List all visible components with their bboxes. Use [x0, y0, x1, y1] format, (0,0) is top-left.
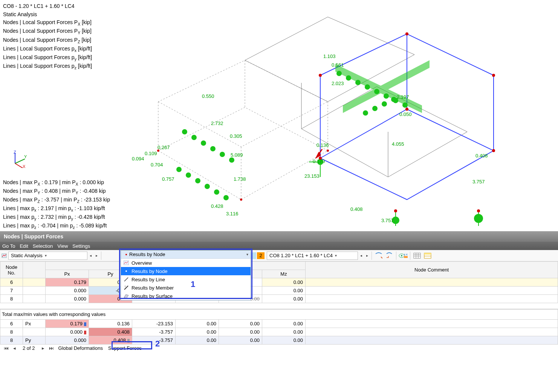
result-legend-bottom: Nodes | max PX : 0.179 | min PX : 0.000 …: [3, 178, 110, 230]
sync-selection-icon[interactable]: [384, 252, 394, 260]
dd-results-by-member[interactable]: I Results by Member: [121, 284, 251, 292]
svg-point-54: [327, 149, 329, 152]
loadcase-combo[interactable]: CO8 1.20 * LC1 + 1.60 * LC4▾: [267, 252, 358, 260]
svg-point-49: [319, 74, 322, 77]
result-legend-top: CO8 - 1.20 * LC1 + 1.60 * LC4 Static Ana…: [3, 2, 92, 71]
svg-point-30: [336, 71, 342, 76]
val: 3.757: [381, 218, 394, 223]
svg-point-78: [125, 254, 127, 255]
svg-text:x.xx: x.xx: [404, 253, 408, 256]
menu-goto[interactable]: Go To: [2, 243, 15, 249]
analysis-combo[interactable]: Static Analysis▾: [8, 252, 87, 260]
table-layout-icon[interactable]: [412, 252, 422, 260]
val: 2.732: [211, 120, 223, 126]
analysis-icon: [2, 253, 7, 258]
val: 3.116: [226, 211, 238, 217]
val: 1.738: [234, 176, 246, 182]
svg-text:Z: Z: [14, 150, 16, 154]
svg-point-32: [355, 80, 361, 85]
prev-analysis-button[interactable]: ◂: [87, 252, 93, 260]
val: 0.561: [332, 62, 344, 68]
val: 4.055: [392, 141, 404, 147]
model-viewport[interactable]: 1.103 0.561 2.023 2.197 0.050 0.550 4.05…: [0, 0, 558, 231]
svg-point-39: [372, 106, 378, 111]
line-icon: [123, 276, 129, 282]
table-row[interactable]: 7 0.000 -0.408 0.00: [0, 287, 558, 295]
overview-icon: [123, 260, 129, 266]
axis-triad-icon: Z Y X: [11, 150, 29, 168]
menu-settings[interactable]: Settings: [72, 243, 90, 249]
svg-point-53: [240, 198, 242, 201]
first-page-button[interactable]: ⏮: [2, 345, 10, 351]
menu-selection[interactable]: Selection: [33, 243, 53, 249]
table-row[interactable]: 8 0.000 0.408 -3.757 0.00 0.00 0.00: [0, 328, 558, 336]
svg-line-81: [124, 278, 128, 281]
last-page-button[interactable]: ⏭: [48, 345, 55, 351]
tab-support-forces[interactable]: Support Forces: [106, 345, 144, 351]
val: 2.197: [397, 94, 409, 100]
section-heading: Total max/min values with corresponding …: [0, 309, 558, 320]
surface-icon: [123, 293, 129, 299]
val: 3.757: [472, 179, 485, 185]
page-indicator: 2 of 2: [23, 345, 35, 351]
svg-point-26: [195, 178, 200, 183]
svg-point-28: [214, 189, 219, 195]
find-in-model-icon[interactable]: [373, 252, 384, 260]
val: 0.267: [157, 145, 170, 150]
dd-results-by-node[interactable]: Results by Node: [121, 267, 251, 275]
loadcase-badge: 2: [249, 252, 264, 260]
chevron-down-icon: ▾: [45, 253, 47, 258]
svg-point-38: [363, 110, 368, 116]
svg-text:Y: Y: [24, 154, 27, 159]
svg-line-61: [15, 163, 23, 168]
node-dot-icon: [123, 268, 129, 274]
svg-rect-69: [404, 256, 408, 258]
results-table[interactable]: NodeNo. Support Forces Node Comment Px P…: [0, 261, 558, 345]
panel-toolbar: Static Analysis▾ ◂ ▸ ◂ ▸ 2 CO8 1.20 * LC…: [0, 250, 558, 261]
next-analysis-button[interactable]: ▸: [93, 252, 99, 260]
svg-point-35: [384, 93, 389, 99]
svg-point-19: [191, 135, 197, 140]
svg-marker-6: [245, 17, 414, 102]
val: 0.050: [399, 111, 412, 117]
svg-point-31: [346, 75, 351, 81]
dd-results-by-surface[interactable]: Results by Surface: [121, 292, 251, 300]
svg-text:X: X: [23, 164, 26, 168]
svg-point-27: [205, 184, 210, 189]
svg-point-80: [125, 270, 127, 272]
table-row[interactable]: 6 0.179 0.136 0.00: [0, 278, 558, 287]
val: 0.704: [151, 162, 163, 168]
svg-point-33: [365, 84, 370, 90]
prev-page-button[interactable]: ◂: [11, 345, 18, 351]
table-row[interactable]: 6 Px 0.179 0.136 -23.153 0.00 0.00 0.00: [0, 320, 558, 328]
val: 0.550: [202, 93, 214, 99]
val: 0.305: [230, 133, 242, 139]
svg-rect-76: [424, 253, 431, 255]
prev-lc-button[interactable]: ◂: [358, 252, 364, 260]
view-values-icon[interactable]: x.xx: [398, 252, 408, 260]
table-highlight-icon[interactable]: [422, 252, 433, 260]
svg-point-22: [220, 152, 225, 157]
val: 0.136: [316, 142, 329, 148]
chevron-down-icon: ▾: [246, 252, 248, 256]
val: 0.757: [162, 176, 174, 182]
dd-results-by-line[interactable]: Results by Line: [121, 275, 251, 284]
table-row[interactable]: 8 0.000 0.408 -3.757 0.00 0.00 0.00: [0, 295, 558, 303]
svg-marker-0: [158, 107, 328, 200]
next-page-button[interactable]: ▸: [40, 345, 47, 351]
val: 1.103: [323, 53, 336, 59]
annotation-num-2: 2: [155, 339, 160, 349]
menu-view[interactable]: View: [57, 243, 68, 249]
next-lc-button[interactable]: ▸: [364, 252, 370, 260]
panel-menubar: Go To Edit Selection View Settings: [0, 242, 558, 250]
annotation-num-1: 1: [191, 279, 195, 289]
val: 23.153: [304, 173, 320, 179]
val: 0.428: [211, 203, 223, 209]
dd-overview[interactable]: Overview: [121, 259, 251, 267]
results-by-dropdown[interactable]: Results by Node ▾ Overview Results by No…: [121, 250, 251, 300]
model-wireframe: [117, 0, 550, 231]
menu-edit[interactable]: Edit: [20, 243, 28, 249]
val: 0.408: [350, 206, 363, 212]
tab-global-deformations[interactable]: Global Deformations: [56, 345, 105, 351]
svg-text:I: I: [125, 285, 125, 288]
